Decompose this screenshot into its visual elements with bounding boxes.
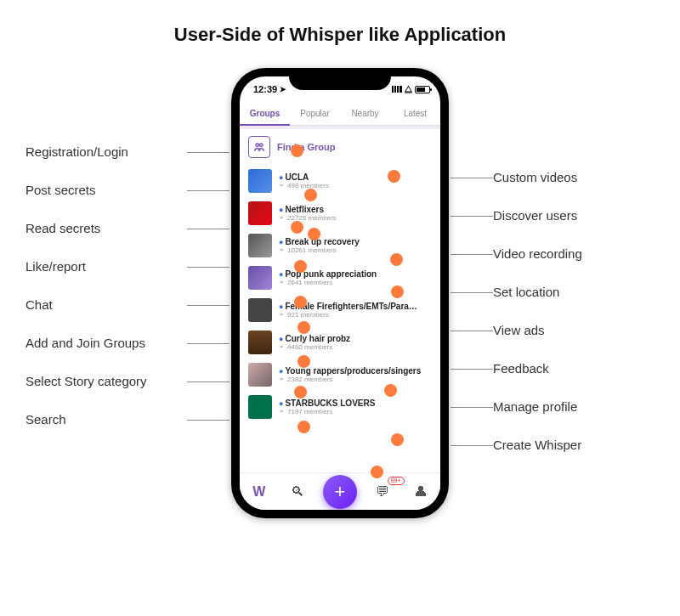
group-meta: ●Break up recovery⚭10261 members — [279, 237, 360, 255]
callout-view-ads: View ads — [493, 323, 654, 337]
group-row[interactable]: ●Female Firefighters/EMTs/Paramed...⚭921… — [240, 294, 440, 326]
page-title: User-Side of Whisper like Application — [0, 0, 680, 46]
group-members: ⚭4460 members — [279, 344, 350, 352]
group-thumb — [248, 363, 272, 387]
annotation-dot — [291, 221, 303, 234]
tab-profile[interactable]: 👤︎ — [407, 478, 434, 506]
group-members: ⚭2382 members — [279, 376, 421, 384]
wifi-icon: ⧋ — [405, 84, 412, 94]
group-row[interactable]: ●Pop punk appreciation⚭2641 members — [240, 262, 440, 294]
group-row[interactable]: ●Young rappers/producers/singers⚭2382 me… — [240, 359, 440, 391]
left-callout-column: Registration/Login Post secrets Read sec… — [26, 144, 187, 427]
group-row[interactable]: ●Break up recovery⚭10261 members — [240, 229, 440, 262]
callout-read-secrets: Read secrets — [26, 221, 187, 235]
tab-latest[interactable]: Latest — [390, 102, 440, 125]
signal-icon — [392, 86, 402, 93]
verified-icon: ● — [279, 367, 283, 376]
members-icon: ⚭ — [279, 312, 285, 319]
group-members: ⚭22728 members — [279, 215, 337, 223]
members-icon: ⚭ — [279, 247, 285, 255]
group-name: ●Netflixers — [279, 205, 337, 215]
group-row[interactable]: ●Netflixers⚭22728 members — [240, 197, 440, 229]
callout-manage-profile: Manage profile — [493, 399, 654, 414]
top-tabs: Groups Popular Nearby Latest — [240, 102, 440, 126]
members-icon: ⚭ — [279, 183, 285, 190]
members-icon: ⚭ — [279, 280, 285, 287]
group-thumb — [248, 234, 272, 257]
people-icon — [248, 136, 270, 158]
group-name: ●Curly hair probz — [279, 334, 350, 344]
fab-create[interactable]: + — [323, 475, 357, 509]
members-icon: ⚭ — [279, 344, 285, 352]
callout-post-secrets: Post secrets — [26, 183, 187, 197]
group-thumb — [248, 266, 272, 290]
group-row[interactable]: ●UCLA⚭498 members — [240, 165, 440, 197]
tab-chat[interactable]: 💬︎ 99+ — [369, 478, 396, 506]
group-thumb — [248, 331, 272, 354]
annotation-dot — [390, 253, 403, 266]
group-name: ●Young rappers/producers/singers — [279, 366, 421, 376]
tab-home-whisper[interactable]: W — [246, 478, 273, 506]
group-meta: ●Netflixers⚭22728 members — [279, 205, 337, 223]
battery-icon — [415, 86, 430, 93]
callout-chat: Chat — [26, 297, 187, 312]
find-a-group-label: Find a Group — [277, 142, 335, 152]
callout-select-story-category: Select Story category — [26, 374, 187, 388]
callout-registration-login: Registration/Login — [26, 144, 187, 159]
verified-icon: ● — [279, 270, 283, 279]
verified-icon: ● — [279, 173, 283, 182]
group-meta: ●Curly hair probz⚭4460 members — [279, 334, 350, 352]
chat-icon: 💬︎ — [376, 484, 389, 500]
verified-icon: ● — [279, 302, 283, 311]
status-time: 12:39 — [253, 84, 277, 94]
annotation-dot — [384, 384, 397, 397]
annotation-dot — [308, 228, 320, 240]
group-meta: ●Pop punk appreciation⚭2641 members — [279, 269, 377, 287]
group-members: ⚭7197 members — [279, 409, 375, 416]
verified-icon: ● — [279, 399, 283, 408]
tab-nearby[interactable]: Nearby — [340, 102, 390, 125]
group-name: ●UCLA — [279, 172, 329, 183]
group-row[interactable]: ●STARBUCKS LOVERS⚭7197 members — [240, 391, 440, 423]
find-a-group-row[interactable]: Find a Group — [240, 129, 440, 165]
group-members: ⚭10261 members — [279, 247, 360, 255]
annotation-dot — [388, 170, 400, 183]
right-callout-column: Custom videos Discover users Video recor… — [493, 170, 654, 452]
callout-feedback: Feedback — [493, 361, 654, 376]
annotation-dot — [294, 260, 307, 273]
phone-notch — [289, 68, 391, 90]
group-thumb — [248, 395, 272, 419]
group-meta: ●Young rappers/producers/singers⚭2382 me… — [279, 366, 421, 384]
members-icon: ⚭ — [279, 376, 285, 384]
location-arrow-icon: ➤ — [280, 85, 286, 93]
callout-set-location: Set location — [493, 285, 654, 299]
annotation-dot — [294, 386, 307, 398]
group-name: ●Pop punk appreciation — [279, 269, 377, 280]
members-icon: ⚭ — [279, 409, 285, 416]
callout-like-report: Like/report — [26, 259, 187, 274]
callout-video-recording: Video recording — [493, 246, 654, 261]
tab-groups[interactable]: Groups — [240, 102, 290, 125]
callout-discover-users: Discover users — [493, 208, 654, 223]
verified-icon: ● — [279, 238, 283, 246]
group-name: ●Break up recovery — [279, 237, 360, 247]
search-icon: 🔍︎ — [291, 484, 304, 500]
phone-screen: 12:39 ➤ ⧋ Groups Popular Nearby Latest F… — [240, 76, 440, 510]
group-members: ⚭921 members — [279, 312, 423, 319]
annotation-dot — [391, 285, 404, 298]
callout-create-whisper: Create Whisper — [493, 438, 654, 452]
tab-popular[interactable]: Popular — [290, 102, 340, 125]
group-meta: ●UCLA⚭498 members — [279, 172, 329, 190]
verified-icon: ● — [279, 206, 283, 214]
group-thumb — [248, 298, 272, 322]
callout-add-join-groups: Add and Join Groups — [26, 336, 187, 350]
tab-search[interactable]: 🔍︎ — [284, 478, 311, 506]
callout-search: Search — [26, 412, 187, 427]
group-thumb — [248, 169, 272, 193]
annotation-dot — [304, 189, 317, 201]
group-row[interactable]: ●Curly hair probz⚭4460 members — [240, 326, 440, 359]
annotation-dot — [298, 355, 310, 368]
annotation-dot — [298, 421, 310, 433]
annotation-dot — [294, 296, 307, 308]
group-list: ●UCLA⚭498 members●Netflixers⚭22728 membe… — [240, 165, 440, 423]
